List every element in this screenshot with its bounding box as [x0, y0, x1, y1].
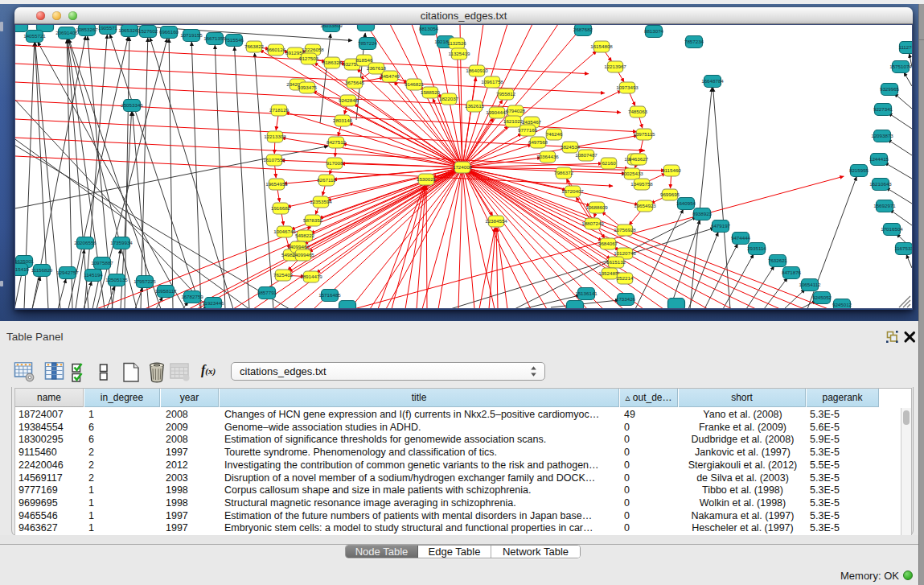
svg-text:11923446: 11923446	[202, 300, 224, 306]
svg-text:11325419: 11325419	[448, 51, 470, 56]
svg-text:7857224: 7857224	[358, 40, 378, 46]
svg-text:10654112: 10654112	[799, 282, 821, 287]
svg-text:15716485: 15716485	[318, 292, 341, 298]
svg-text:12093873: 12093873	[871, 133, 893, 138]
svg-text:9146821: 9146821	[405, 81, 425, 87]
svg-text:16782759: 16782759	[181, 294, 203, 299]
svg-text:14099463: 14099463	[287, 244, 310, 249]
svg-text:9474444: 9474444	[731, 235, 751, 241]
svg-text:9245052: 9245052	[812, 295, 832, 300]
svg-text:7986372: 7986372	[554, 170, 574, 175]
svg-text:9245012: 9245012	[832, 302, 852, 307]
svg-text:6497568: 6497568	[528, 139, 548, 145]
svg-text:5498222: 5498222	[295, 233, 315, 238]
svg-text:1615132: 1615132	[606, 259, 626, 265]
svg-text:3824534: 3824534	[561, 144, 581, 150]
svg-text:7515546: 7515546	[224, 37, 244, 43]
svg-text:20206556: 20206556	[74, 240, 97, 245]
svg-text:10046746: 10046746	[273, 229, 296, 234]
svg-text:1733426: 1733426	[616, 296, 636, 302]
svg-text:10120746: 10120746	[614, 250, 636, 256]
svg-text:9127503: 9127503	[299, 56, 319, 61]
svg-text:12353594: 12353594	[310, 199, 332, 204]
svg-text:16671355: 16671355	[203, 35, 226, 41]
svg-text:1822037: 1822037	[439, 96, 459, 101]
svg-text:14099465: 14099465	[292, 252, 314, 257]
svg-text:10973493: 10973493	[616, 84, 639, 90]
svg-text:17957225: 17957225	[133, 278, 156, 284]
svg-text:62160: 62160	[602, 160, 616, 166]
svg-text:1530021: 1530021	[417, 176, 437, 182]
svg-text:15136141: 15136141	[575, 290, 598, 296]
svg-text:3915419: 3915419	[15, 266, 30, 272]
svg-text:746246: 746246	[546, 131, 563, 137]
svg-text:2803144: 2803144	[333, 117, 353, 123]
svg-text:6794028: 6794028	[506, 108, 526, 113]
svg-text:17359934: 17359934	[110, 240, 133, 245]
svg-text:9463627: 9463627	[629, 156, 649, 162]
svg-text:11156829: 11156829	[31, 267, 53, 273]
svg-text:16033809: 16033809	[320, 25, 343, 28]
svg-text:15720407: 15720407	[561, 188, 584, 194]
svg-text:10688609: 10688609	[585, 204, 608, 210]
svg-text:1621022: 1621022	[503, 118, 524, 124]
svg-text:19654955: 19654955	[265, 181, 288, 187]
svg-text:16107552: 16107552	[263, 157, 285, 163]
svg-text:10807487: 10807487	[575, 152, 598, 158]
svg-text:13975115: 13975115	[633, 131, 655, 137]
svg-text:2435467: 2435467	[522, 119, 542, 125]
svg-text:10958117: 10958117	[154, 288, 177, 294]
svg-text:18640910: 18640910	[466, 68, 488, 73]
svg-text:5878352: 5878352	[303, 217, 323, 223]
svg-text:1724008: 1724008	[453, 164, 473, 170]
svg-text:9242848: 9242848	[339, 97, 359, 103]
svg-text:9393475: 9393475	[298, 84, 318, 90]
svg-text:1132526: 1132526	[447, 40, 466, 46]
svg-text:9777169: 9777169	[518, 127, 538, 133]
svg-text:8813054: 8813054	[419, 26, 439, 31]
svg-text:7485063: 7485063	[628, 109, 648, 114]
svg-text:25053346: 25053346	[121, 102, 143, 108]
svg-text:10025433: 10025433	[621, 171, 643, 176]
svg-text:252214: 252214	[617, 275, 634, 281]
svg-text:2935114: 2935114	[747, 245, 766, 251]
svg-text:9329965: 9329965	[880, 86, 900, 92]
svg-text:1112747: 1112747	[898, 44, 912, 50]
svg-text:9115460: 9115460	[662, 167, 681, 173]
svg-text:1916682: 1916682	[271, 205, 291, 211]
svg-text:20691406: 20691406	[55, 30, 78, 35]
svg-text:13495758: 13495758	[630, 181, 653, 187]
svg-text:10853267: 10853267	[76, 27, 98, 32]
svg-text:12384554: 12384554	[485, 218, 507, 224]
svg-text:10756928: 10756928	[614, 227, 636, 233]
svg-text:8427512: 8427512	[326, 139, 347, 145]
svg-text:9227341: 9227341	[873, 106, 893, 112]
svg-text:14055721: 14055721	[23, 33, 46, 39]
svg-text:16210643: 16210643	[869, 181, 892, 187]
svg-text:9684067: 9684067	[598, 241, 618, 246]
svg-text:18807249: 18807249	[581, 220, 604, 226]
svg-text:6479197: 6479197	[711, 223, 731, 229]
svg-text:2718129: 2718129	[269, 107, 290, 113]
svg-text:16154808: 16154808	[590, 43, 613, 49]
svg-text:2367618: 2367618	[367, 65, 387, 71]
svg-text:18914479: 18914479	[300, 274, 322, 279]
svg-text:7857234: 7857234	[684, 39, 704, 44]
svg-text:1145194: 1145194	[84, 272, 103, 278]
svg-text:15751074: 15751074	[889, 64, 912, 69]
svg-text:12505135: 12505135	[105, 277, 128, 282]
svg-text:7955812: 7955812	[496, 91, 516, 97]
svg-text:917008: 917008	[326, 160, 343, 166]
svg-text:3675645: 3675645	[345, 80, 365, 85]
svg-text:9660124: 9660124	[266, 47, 286, 52]
svg-text:10961758: 10961758	[481, 79, 503, 84]
svg-text:17016504: 17016504	[881, 226, 903, 232]
svg-text:12213967: 12213967	[604, 64, 626, 69]
svg-text:12942757: 12942757	[56, 270, 79, 275]
svg-text:10719155: 10719155	[180, 32, 203, 38]
svg-text:7625402: 7625402	[273, 272, 294, 278]
svg-text:1527602: 1527602	[138, 28, 158, 34]
svg-text:1362615: 1362615	[465, 103, 485, 109]
svg-text:9857791: 9857791	[257, 290, 277, 295]
svg-text:1905571: 1905571	[98, 25, 118, 31]
